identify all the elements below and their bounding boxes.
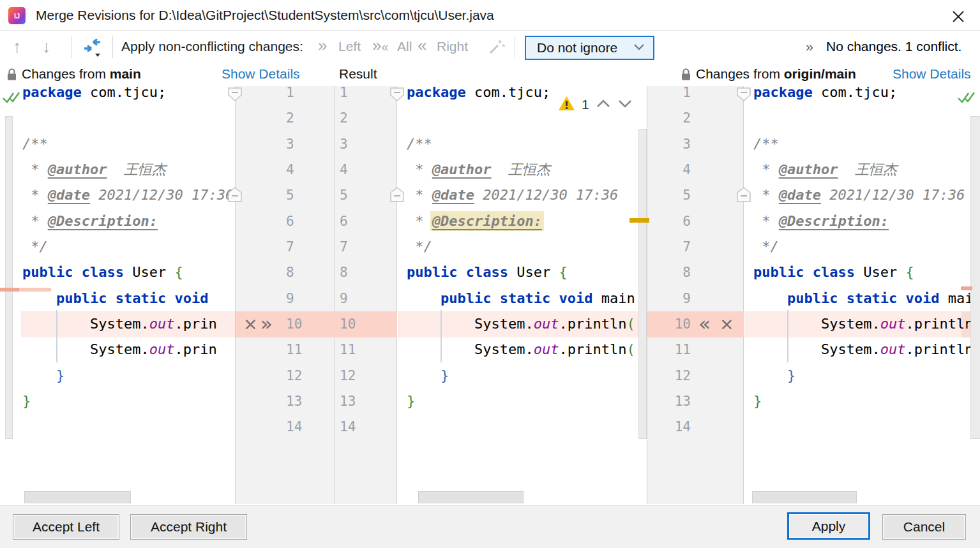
next-warning-chevron-down-icon[interactable] xyxy=(617,99,633,111)
code-line: * @date 2021/12/30 17:36 xyxy=(753,182,970,208)
apply-right-button[interactable]: Right xyxy=(437,39,468,54)
apply-non-conflicting-label: Apply non-conflicting changes: xyxy=(121,39,303,54)
apply-all-button[interactable]: All xyxy=(397,39,412,54)
line-number: 6 xyxy=(664,209,691,234)
ignore-policy-dropdown[interactable]: Do not ignore xyxy=(525,36,654,60)
code-line: * @date 2021/12/30 17:36 xyxy=(22,182,235,208)
apply-right-change-chevrons-icon[interactable]: « xyxy=(698,311,711,337)
apply-left-button[interactable]: Left xyxy=(338,39,361,54)
inspection-widget: 1 xyxy=(558,93,642,116)
fold-marker-icon[interactable] xyxy=(737,87,751,104)
indent-guide xyxy=(56,310,57,362)
code-line: } xyxy=(22,389,235,414)
ignore-policy-value: Do not ignore xyxy=(526,40,633,56)
code-line: */ xyxy=(407,234,638,260)
warning-count: 1 xyxy=(582,97,589,112)
accept-right-button[interactable]: Accept Right xyxy=(130,514,247,540)
warning-triangle-icon xyxy=(558,96,575,114)
line-number: 8 xyxy=(664,260,691,285)
line-number: 12 xyxy=(340,363,356,389)
line-number: 9 xyxy=(664,286,691,311)
result-editor[interactable]: package com.tjcu;/** * @author 王恒杰 * @da… xyxy=(397,86,638,504)
toolbar-separator xyxy=(72,36,72,58)
magic-resolve-wand-icon[interactable] xyxy=(486,38,506,59)
accept-left-button[interactable]: Accept Left xyxy=(13,514,119,540)
changes-applied-double-check-icon[interactable] xyxy=(956,89,978,109)
merge-settings-icon[interactable] xyxy=(82,37,103,60)
line-number: 2 xyxy=(286,105,302,131)
code-line: } xyxy=(22,363,235,389)
fold-marker-icon[interactable] xyxy=(228,87,242,104)
left-editor[interactable]: package com.tjcu;/** * @author 王恒杰 * @da… xyxy=(13,86,235,504)
cancel-button[interactable]: Cancel xyxy=(882,514,966,540)
line-number: 14 xyxy=(340,414,356,440)
left-result-gutter xyxy=(235,86,397,504)
apply-left-chevrons-icon[interactable]: » xyxy=(318,36,327,55)
three-way-merge-editors: package com.tjcu;/** * @author 王恒杰 * @da… xyxy=(0,86,980,504)
chevron-down-icon xyxy=(633,42,645,54)
line-number: 5 xyxy=(286,182,302,208)
code-line xyxy=(22,105,235,131)
fold-marker-icon[interactable] xyxy=(390,187,404,205)
code-line: System.out.prin xyxy=(22,337,235,362)
line-number: 4 xyxy=(286,157,302,182)
indent-guide xyxy=(441,310,442,362)
merge-revisions-dialog: IJ Merge Revisions for D:\Idea\GitProjec… xyxy=(0,0,980,548)
apply-button[interactable]: Apply xyxy=(787,512,870,540)
code-line: * @Description: xyxy=(22,209,235,234)
right-gutter xyxy=(647,86,744,504)
left-scrollbar[interactable] xyxy=(5,116,13,439)
code-line: * @author 王恒杰 xyxy=(22,157,235,182)
right-editor[interactable]: package com.tjcu;/** * @author 王恒杰 * @da… xyxy=(744,86,970,504)
line-number: 6 xyxy=(340,209,356,234)
code-line: } xyxy=(407,363,638,389)
ignore-left-change-x-icon[interactable]: × xyxy=(243,311,258,337)
result-line-numbers: 1234567891011121314 xyxy=(340,86,356,440)
line-number: 11 xyxy=(664,337,691,362)
previous-warning-chevron-up-icon[interactable] xyxy=(596,99,611,111)
line-number: 10 xyxy=(664,311,691,337)
right-editor-code: package com.tjcu;/** * @author 王恒杰 * @da… xyxy=(744,86,970,440)
line-number: 13 xyxy=(340,389,356,414)
next-change-arrow-down-icon[interactable]: ↓ xyxy=(42,37,51,56)
code-line: public static void main xyxy=(407,286,638,311)
right-scrollbar[interactable] xyxy=(970,116,980,439)
line-number: 12 xyxy=(286,363,302,389)
line-number: 1 xyxy=(664,80,691,105)
code-line: public class User { xyxy=(753,260,970,285)
line-number: 13 xyxy=(664,389,691,414)
right-horizontal-scrollbar[interactable] xyxy=(752,491,857,503)
code-line: */ xyxy=(22,234,235,260)
line-number: 4 xyxy=(664,157,691,182)
line-number: 11 xyxy=(286,337,302,362)
apply-left-change-chevrons-icon[interactable]: » xyxy=(260,311,273,337)
close-icon[interactable] xyxy=(949,7,968,26)
line-number: 13 xyxy=(286,389,302,414)
fold-marker-icon[interactable] xyxy=(228,187,242,205)
previous-change-arrow-up-icon[interactable]: ↑ xyxy=(13,37,22,56)
line-number: 1 xyxy=(286,80,302,105)
toolbar-separator xyxy=(112,36,113,58)
diff-status-text: No changes. 1 conflict. xyxy=(826,39,961,54)
line-number: 2 xyxy=(664,105,691,131)
overflow-chevrons-icon[interactable]: ›› xyxy=(806,39,812,54)
left-horizontal-scrollbar[interactable] xyxy=(24,491,131,503)
code-line: */ xyxy=(753,234,970,260)
code-line: package com.tjcu; xyxy=(753,86,970,105)
toolbar: ↑ ↓ Apply non-conflicting changes: » Lef… xyxy=(0,31,980,64)
code-line: /** xyxy=(407,131,638,157)
fold-marker-icon[interactable] xyxy=(390,87,404,104)
ignore-right-change-x-icon[interactable]: × xyxy=(720,311,734,337)
apply-right-chevrons-icon[interactable]: « xyxy=(418,36,426,55)
code-line: * @date 2021/12/30 17:36 xyxy=(407,182,638,208)
apply-all-chevrons-icon[interactable]: »« xyxy=(372,36,389,56)
code-line: * @author 王恒杰 xyxy=(753,157,970,182)
line-number: 8 xyxy=(286,260,302,285)
fold-marker-icon[interactable] xyxy=(737,187,751,205)
code-line: /** xyxy=(22,131,235,157)
right-show-details-link[interactable]: Show Details xyxy=(893,66,971,82)
changes-applied-double-check-icon[interactable] xyxy=(1,89,23,109)
result-scrollbar[interactable] xyxy=(638,129,647,439)
result-horizontal-scrollbar[interactable] xyxy=(418,491,524,503)
line-number: 7 xyxy=(664,234,691,260)
